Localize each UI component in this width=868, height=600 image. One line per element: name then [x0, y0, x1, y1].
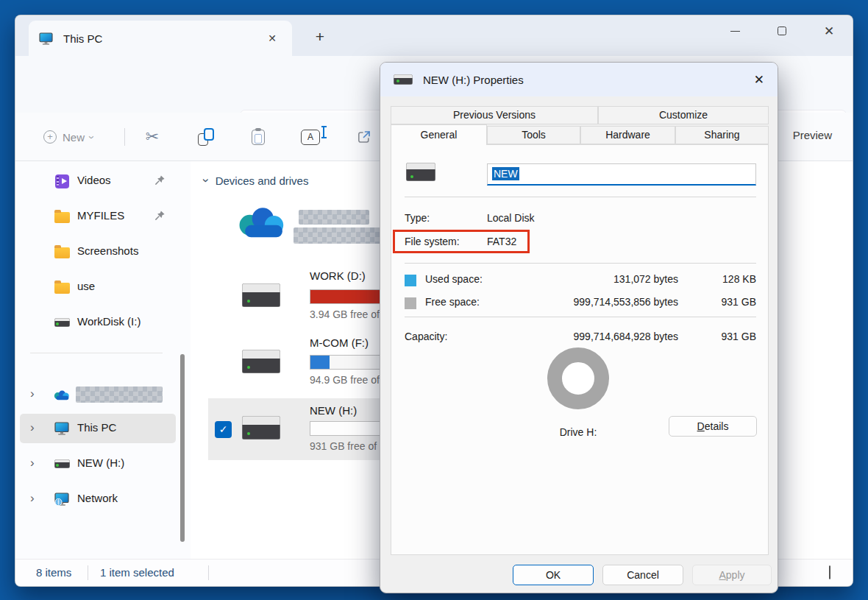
tab-general[interactable]: General [391, 124, 487, 145]
dialog-close-icon[interactable]: ✕ [754, 72, 764, 88]
used-space-bytes: 131,072 bytes [502, 273, 678, 285]
capacity-bar-fill [310, 356, 330, 369]
sidebar-scrollbar[interactable] [180, 354, 185, 542]
dialog-title-bar[interactable]: NEW (H:) Properties ✕ [380, 63, 778, 96]
pin-icon [154, 210, 166, 224]
tab-bar: This PC ✕ + ✕ [15, 15, 853, 56]
paste-button[interactable] [247, 126, 271, 148]
capacity-bytes: 999,714,684,928 bytes [502, 331, 678, 342]
paste-icon [252, 128, 266, 146]
drive-icon [242, 350, 280, 373]
selected-count: 1 item selected [100, 566, 174, 579]
drive-icon [242, 283, 280, 307]
new-button-label: New [63, 131, 85, 144]
general-tab-panel: NEW Type: Local Disk File system: FAT32 … [391, 144, 769, 555]
free-space-swatch [405, 297, 416, 309]
group-header-devices-and-drives[interactable]: › Devices and drives [204, 173, 308, 188]
rename-button[interactable]: A [299, 126, 322, 148]
onedrive-icon [54, 387, 70, 403]
network-icon [54, 491, 70, 507]
folder-icon [54, 212, 70, 223]
sidebar-item-use[interactable]: use [20, 272, 176, 302]
sidebar-item-this-pc[interactable]: › This PC [20, 414, 176, 443]
sidebar-item-network[interactable]: › Network [20, 484, 176, 514]
cut-button[interactable]: ✂ [140, 126, 164, 148]
share-button[interactable] [352, 126, 376, 148]
drive-icon [394, 74, 413, 85]
minimize-icon [730, 31, 740, 32]
onedrive-icon [238, 207, 286, 241]
type-value: Local Disk [487, 212, 535, 224]
chevron-down-icon: › [86, 135, 99, 139]
pin-icon [154, 174, 166, 188]
chevron-right-icon: › [30, 491, 35, 506]
cancel-button[interactable]: Cancel [602, 565, 683, 585]
tab-sharing[interactable]: Sharing [675, 126, 769, 144]
folder-icon [54, 247, 70, 258]
volume-name-input[interactable]: NEW [487, 163, 756, 186]
tab-this-pc[interactable]: This PC ✕ [29, 21, 292, 56]
this-pc-icon [54, 420, 70, 437]
used-space-label: Used space: [425, 273, 483, 285]
rename-icon: A [301, 130, 320, 145]
drive-icon [406, 163, 435, 181]
sidebar-item-screenshots[interactable]: Screenshots [20, 237, 176, 267]
sidebar-item-new-h[interactable]: › NEW (H:) [20, 449, 176, 479]
type-label: Type: [405, 212, 430, 224]
large-icons-view-icon [829, 565, 830, 579]
sidebar-item-workdisk[interactable]: WorkDisk (I:) [20, 308, 176, 337]
tab-hardware[interactable]: Hardware [580, 126, 675, 144]
plus-icon: + [43, 130, 57, 144]
minimize-button[interactable] [711, 15, 758, 46]
copy-button[interactable] [194, 126, 218, 148]
free-space-size: 931 GB [689, 296, 756, 308]
capacity-label: Capacity: [405, 331, 447, 342]
new-button[interactable]: + New › [36, 124, 102, 150]
sidebar-item-onedrive[interactable]: › [20, 380, 176, 409]
drive-icon [54, 459, 70, 468]
sidebar-item-videos[interactable]: Videos [20, 166, 176, 196]
maximize-button[interactable] [758, 15, 805, 46]
close-icon: ✕ [824, 24, 834, 39]
preview-toggle[interactable]: Preview [793, 129, 832, 141]
ok-button[interactable]: OK [513, 565, 594, 585]
censored-label [76, 387, 163, 403]
sidebar: Videos MYFILES Screenshots [15, 161, 191, 560]
chevron-down-icon: › [199, 178, 213, 183]
copy-icon [198, 128, 214, 146]
used-space-size: 128 KB [689, 273, 756, 285]
tab-title: This PC [63, 32, 102, 45]
desktop: This PC ✕ + ✕ ← → ↑ [0, 0, 868, 600]
red-highlight-box [393, 230, 530, 253]
details-button[interactable]: Details [669, 416, 757, 437]
caption-buttons: ✕ [711, 15, 853, 56]
properties-dialog: NEW (H:) Properties ✕ Previous Versions … [380, 62, 778, 593]
drive-icon [54, 318, 70, 327]
drive-icon [242, 416, 280, 440]
chevron-right-icon: › [30, 456, 35, 470]
volume-name-value: NEW [492, 167, 519, 180]
used-space-swatch [405, 275, 416, 286]
sidebar-item-myfiles[interactable]: MYFILES [20, 202, 176, 231]
free-space-bytes: 999,714,553,856 bytes [502, 296, 678, 308]
cut-icon: ✂ [146, 127, 159, 147]
items-count: 8 items [36, 566, 71, 579]
checkbox-checked[interactable]: ✓ [215, 421, 232, 438]
drive-letter-label: Drive H: [547, 426, 609, 438]
folder-icon [54, 283, 70, 294]
close-button[interactable]: ✕ [805, 15, 853, 46]
share-icon [356, 129, 372, 145]
dialog-title: NEW (H:) Properties [423, 74, 524, 86]
toolbar-divider [124, 128, 125, 146]
apply-button[interactable]: Apply [692, 565, 772, 585]
large-icons-view-button[interactable] [829, 566, 830, 579]
tab-customize[interactable]: Customize [598, 106, 769, 124]
new-tab-button[interactable]: + [307, 24, 333, 51]
capacity-size: 931 GB [689, 331, 756, 342]
tab-close-icon[interactable]: ✕ [263, 29, 282, 48]
tab-tools[interactable]: Tools [487, 126, 580, 144]
chevron-right-icon: › [30, 387, 35, 401]
videos-icon [55, 174, 69, 188]
maximize-icon [778, 27, 786, 35]
tab-previous-versions[interactable]: Previous Versions [391, 106, 598, 124]
